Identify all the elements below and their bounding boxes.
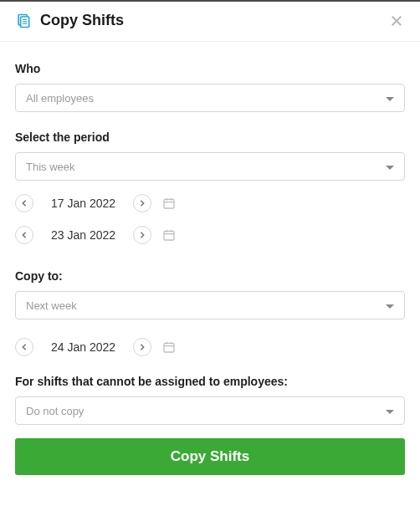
period-start-next-button[interactable]: [133, 194, 151, 212]
who-select[interactable]: All employees: [15, 84, 405, 112]
period-select[interactable]: This week: [15, 152, 405, 181]
unassigned-select-value: Do not copy: [26, 405, 84, 417]
caret-down-icon: [386, 161, 394, 173]
who-label: Who: [15, 62, 405, 75]
unassigned-label: For shifts that cannot be assigned to em…: [15, 375, 405, 388]
copy-to-start-date: 24 Jan 2022: [44, 340, 123, 354]
caret-down-icon: [386, 405, 394, 417]
caret-down-icon: [386, 92, 394, 105]
copy-to-next-button[interactable]: [133, 338, 151, 356]
copy-to-start-row: 24 Jan 2022: [15, 338, 405, 356]
unassigned-select[interactable]: Do not copy: [15, 396, 405, 425]
modal-body: Who All employees Select the period This…: [0, 42, 420, 425]
copy-document-icon: [15, 13, 32, 29]
period-end-date: 23 Jan 2022: [44, 228, 123, 242]
modal-title: Copy Shifts: [40, 12, 124, 29]
period-end-row: 23 Jan 2022: [15, 226, 405, 244]
period-start-prev-button[interactable]: [15, 194, 33, 212]
copy-to-prev-button[interactable]: [15, 338, 33, 356]
period-select-value: This week: [26, 161, 75, 173]
copy-shifts-button[interactable]: Copy Shifts: [15, 438, 405, 475]
copy-to-select[interactable]: Next week: [15, 291, 405, 319]
copy-to-select-value: Next week: [26, 299, 77, 312]
period-start-row: 17 Jan 2022: [15, 194, 405, 212]
modal-footer: Copy Shifts: [0, 425, 420, 493]
calendar-icon[interactable]: [161, 340, 177, 355]
svg-rect-15: [164, 343, 174, 352]
copy-shifts-modal: Copy Shifts Who All employees Select the…: [0, 0, 420, 506]
caret-down-icon: [386, 299, 394, 312]
period-end-next-button[interactable]: [133, 226, 151, 244]
copy-to-label: Copy to:: [15, 269, 405, 283]
calendar-icon[interactable]: [161, 227, 177, 243]
modal-header: Copy Shifts: [0, 2, 420, 42]
close-button[interactable]: [388, 13, 405, 29]
svg-rect-7: [164, 199, 174, 208]
period-start-date: 17 Jan 2022: [44, 197, 123, 210]
period-end-prev-button[interactable]: [15, 226, 33, 244]
period-label: Select the period: [15, 130, 405, 144]
calendar-icon[interactable]: [161, 196, 177, 211]
svg-rect-11: [164, 231, 174, 240]
who-select-value: All employees: [26, 92, 94, 105]
